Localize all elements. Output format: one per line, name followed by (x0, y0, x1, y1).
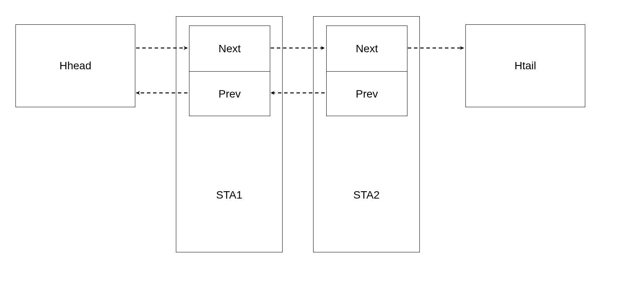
sta1-outer-box: Next Prev STA1 (176, 16, 283, 252)
htail-box: Htail (465, 24, 585, 107)
sta2-next-cell: Next (327, 26, 407, 71)
sta1-prev-label: Prev (218, 88, 241, 100)
sta2-prev-label: Prev (356, 88, 378, 100)
sta2-outer-box: Next Prev STA2 (313, 16, 420, 252)
sta2-name-label: STA2 (313, 189, 419, 201)
htail-label: Htail (515, 60, 536, 72)
sta2-pointer-box: Next Prev (326, 26, 407, 116)
hhead-box: Hhead (15, 24, 135, 107)
sta1-next-cell: Next (189, 26, 270, 71)
sta2-next-label: Next (356, 43, 378, 55)
sta1-pointer-box: Next Prev (189, 26, 270, 116)
hhead-label: Hhead (60, 60, 92, 72)
sta1-next-label: Next (218, 43, 241, 55)
sta1-name-label: STA1 (176, 189, 282, 201)
sta2-prev-cell: Prev (327, 71, 407, 117)
linked-list-diagram: Hhead Next Prev STA1 Next Prev (0, 0, 644, 281)
sta1-prev-cell: Prev (189, 71, 270, 117)
